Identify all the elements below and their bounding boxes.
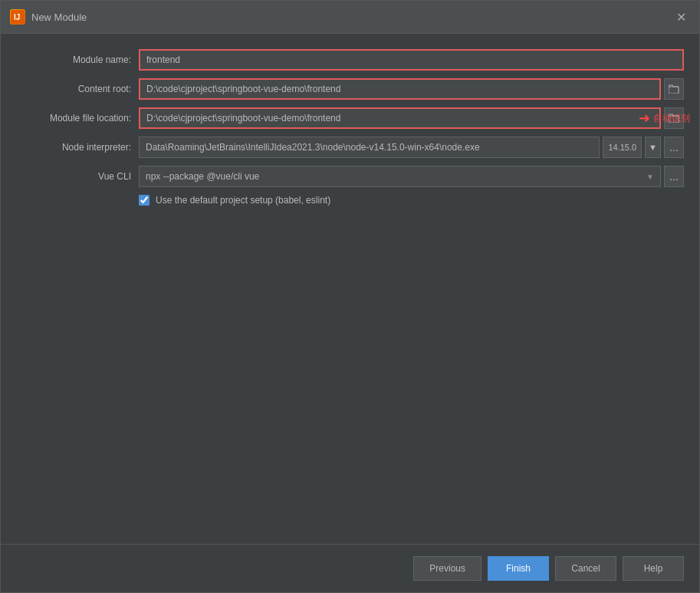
node-interpreter-browse-button[interactable]: ... bbox=[664, 137, 684, 158]
close-button[interactable]: ✕ bbox=[672, 8, 690, 26]
finish-button[interactable]: Finish bbox=[488, 556, 549, 581]
content-spacer bbox=[1, 383, 699, 545]
module-file-location-input-wrapper bbox=[139, 107, 684, 129]
svg-text:IJ: IJ bbox=[14, 13, 20, 21]
vue-cli-row: Vue CLI npx --package @vue/cli vue ▼ ... bbox=[16, 166, 684, 187]
checkbox-label: Use the default project setup (babel, es… bbox=[156, 195, 330, 206]
module-file-location-row: Module file location: ➜ 自动识别 bbox=[16, 107, 684, 129]
annotation-arrow-icon: ➜ bbox=[639, 110, 650, 127]
vue-cli-label: Vue CLI bbox=[16, 171, 139, 182]
title-bar: IJ New Module ✕ bbox=[1, 1, 699, 34]
cancel-button[interactable]: Cancel bbox=[555, 556, 616, 581]
content-root-input-wrapper bbox=[139, 78, 684, 100]
dialog-title: New Module bbox=[31, 12, 87, 23]
checkbox-row: Use the default project setup (babel, es… bbox=[139, 195, 684, 206]
vue-cli-select[interactable]: npx --package @vue/cli vue ▼ bbox=[139, 166, 661, 187]
node-interpreter-label: Node interpreter: bbox=[16, 142, 139, 153]
default-setup-checkbox[interactable] bbox=[139, 195, 150, 206]
dialog-footer: Previous Finish Cancel Help bbox=[1, 544, 699, 592]
content-root-input[interactable] bbox=[139, 78, 661, 100]
vue-cli-browse-button[interactable]: ... bbox=[664, 166, 684, 187]
form-content: Module name: Content root: Module file l… bbox=[1, 34, 699, 383]
node-interpreter-row: Node interpreter: 14.15.0 ▼ ... bbox=[16, 137, 684, 158]
vue-cli-input-wrapper: npx --package @vue/cli vue ▼ ... bbox=[139, 166, 684, 187]
vue-cli-value: npx --package @vue/cli vue bbox=[146, 171, 259, 182]
module-name-label: Module name: bbox=[16, 54, 139, 65]
content-root-label: Content root: bbox=[16, 84, 139, 94]
previous-button[interactable]: Previous bbox=[413, 556, 481, 581]
node-version-dropdown[interactable]: ▼ bbox=[645, 137, 661, 158]
content-root-row: Content root: bbox=[16, 78, 684, 100]
title-bar-left: IJ New Module bbox=[10, 9, 87, 25]
content-root-browse-button[interactable] bbox=[664, 78, 684, 100]
annotation: ➜ 自动识别 bbox=[639, 110, 690, 127]
node-version-badge: 14.15.0 bbox=[603, 137, 642, 158]
node-interpreter-input-wrapper: 14.15.0 ▼ ... bbox=[139, 137, 684, 158]
module-name-row: Module name: bbox=[16, 49, 684, 71]
app-icon: IJ bbox=[10, 9, 25, 25]
module-name-input[interactable] bbox=[139, 49, 684, 71]
annotation-text: 自动识别 bbox=[653, 112, 690, 125]
new-module-dialog: IJ New Module ✕ Module name: Content roo… bbox=[0, 0, 700, 593]
help-button[interactable]: Help bbox=[623, 556, 684, 581]
node-interpreter-input[interactable] bbox=[139, 137, 600, 158]
module-file-location-input[interactable] bbox=[139, 107, 661, 129]
svg-rect-2 bbox=[669, 87, 679, 94]
vue-cli-dropdown-arrow-icon: ▼ bbox=[646, 173, 654, 181]
module-file-location-label: Module file location: bbox=[16, 113, 139, 124]
